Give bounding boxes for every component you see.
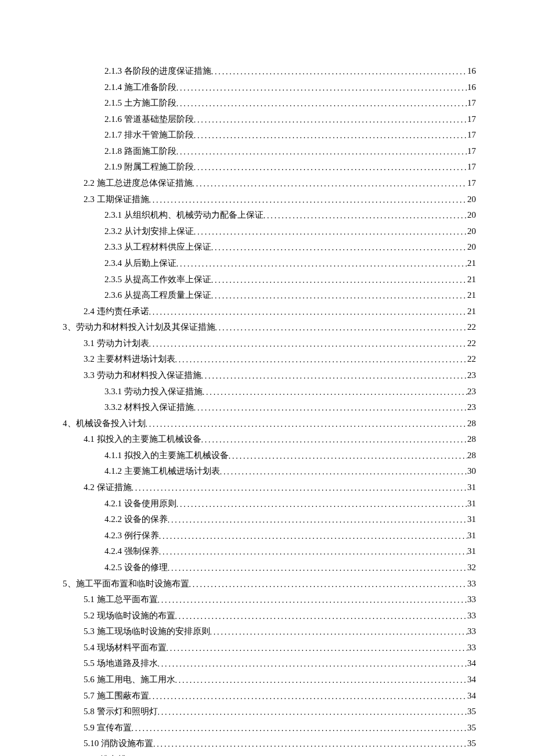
toc-label: 4、机械设备投入计划 <box>63 416 146 430</box>
toc-label: 3.3.2 材料投入保证措施 <box>104 400 194 414</box>
toc-label: 4.2.3 例行保养 <box>104 528 159 542</box>
toc-entry: 4.2.5 设备的修理32 <box>63 560 476 574</box>
toc-label: 2.1.4 施工准备阶段 <box>104 80 176 94</box>
toc-page: 20 <box>467 192 476 206</box>
toc-entry: 2.1.7 排水干管施工阶段17 <box>63 128 476 142</box>
toc-entry: 2.1.6 管道基础垫层阶段17 <box>63 112 476 126</box>
toc-entry: 5.11 洗车槽35 <box>63 753 476 756</box>
toc-leader <box>158 706 468 718</box>
toc-page: 33 <box>467 624 476 638</box>
toc-label: 3.3 劳动力和材料投入保证措施 <box>84 368 201 382</box>
toc-leader <box>132 482 468 494</box>
toc-entry: 5.2 现场临时设施的布置33 <box>63 609 476 622</box>
toc-page: 20 <box>467 240 476 254</box>
toc-leader <box>194 402 467 414</box>
toc-label: 4.2.5 设备的修理 <box>104 560 168 574</box>
toc-label: 2.1.8 路面施工阶段 <box>104 144 176 158</box>
toc-leader <box>193 178 468 190</box>
toc-leader <box>149 338 468 350</box>
toc-page: 17 <box>467 128 476 142</box>
toc-entry: 5.6 施工用电、施工用水34 <box>63 672 476 686</box>
toc-leader <box>229 450 467 462</box>
toc-entry: 2.3.2 从计划安排上保证20 <box>63 224 476 238</box>
toc-leader <box>149 194 468 206</box>
toc-leader <box>176 258 467 270</box>
toc-entry: 2.1.9 附属工程施工阶段17 <box>63 160 476 174</box>
toc-leader <box>149 690 468 703</box>
toc-page: 31 <box>467 480 476 494</box>
toc-label: 4.2.1 设备使用原则 <box>104 496 176 510</box>
toc-leader <box>201 370 468 382</box>
toc-label: 3.2 主要材料进场计划表 <box>84 352 175 366</box>
toc-leader <box>132 722 468 735</box>
toc-page: 33 <box>467 640 476 654</box>
toc-label: 2.1.6 管道基础垫层阶段 <box>104 112 194 126</box>
toc-label: 5.9 宣传布置 <box>84 721 132 735</box>
toc-label: 2.3.5 从提高工作效率上保证 <box>104 272 211 286</box>
toc-label: 2.1.5 土方施工阶段 <box>104 96 176 110</box>
toc-entry: 4.2.2 设备的保养31 <box>63 512 476 526</box>
toc-label: 2.1.7 排水干管施工阶段 <box>104 128 194 142</box>
toc-label: 2.3.1 从组织机构、机械劳动力配备上保证 <box>104 208 264 222</box>
toc-entry: 4.2.3 例行保养31 <box>63 528 476 542</box>
toc-leader <box>194 226 467 238</box>
toc-label: 2.2 施工总进度总体保证措施 <box>84 176 193 190</box>
toc-entry: 4.1.2 主要施工机械进场计划表30 <box>63 464 476 478</box>
toc-page: 20 <box>467 224 476 238</box>
toc-leader <box>175 354 468 366</box>
toc-leader <box>146 418 468 430</box>
toc-label: 3、劳动力和材料投入计划及其保证措施 <box>63 320 215 334</box>
toc-entry: 5.8 警示灯和照明灯35 <box>63 704 476 718</box>
toc-label: 4.2.2 设备的保养 <box>104 512 168 526</box>
toc-entry: 2.3.3 从工程材料供应上保证20 <box>63 240 476 254</box>
toc-label: 3.1 劳动力计划表 <box>84 336 149 350</box>
toc-entry: 2.4 违约责任承诺21 <box>63 304 476 318</box>
toc-page: 28 <box>467 432 476 446</box>
toc-label: 5.11 洗车槽 <box>84 753 127 756</box>
toc-leader <box>149 306 468 318</box>
toc-entry: 5.3 施工现场临时设施的安排原则33 <box>63 624 476 638</box>
toc-label: 2.4 违约责任承诺 <box>84 304 149 318</box>
toc-leader <box>211 66 467 78</box>
toc-label: 2.3.2 从计划安排上保证 <box>104 224 194 238</box>
toc-entry: 4、机械设备投入计划28 <box>63 416 476 430</box>
toc-page: 31 <box>467 528 476 542</box>
toc-label: 5.7 施工围蔽布置 <box>84 689 149 703</box>
toc-leader <box>168 562 467 574</box>
toc-page: 17 <box>467 176 476 190</box>
toc-page: 17 <box>467 160 476 174</box>
toc-entry: 5.5 场地道路及排水34 <box>63 656 476 670</box>
toc-entry: 3.1 劳动力计划表22 <box>63 336 476 350</box>
toc-leader <box>203 386 467 398</box>
toc-leader <box>189 578 468 591</box>
toc-label: 4.2.4 强制保养 <box>104 544 159 558</box>
toc-page: 21 <box>467 304 476 318</box>
toc-label: 2.1.3 各阶段的进度保证措施 <box>104 64 211 78</box>
toc-label: 2.3 工期保证措施 <box>84 192 149 206</box>
toc-label: 2.3.4 从后勤上保证 <box>104 256 176 270</box>
toc-page: 21 <box>467 288 476 302</box>
toc-entry: 2.1.3 各阶段的进度保证措施16 <box>63 64 476 78</box>
toc-page: 28 <box>467 448 476 462</box>
toc-leader <box>153 738 467 750</box>
toc-page: 35 <box>467 704 476 718</box>
toc-label: 5.6 施工用电、施工用水 <box>84 672 175 686</box>
toc-entry: 5.10 消防设施布置35 <box>63 736 476 750</box>
toc-entry: 5.1 施工总平面布置33 <box>63 592 476 606</box>
toc-page: 32 <box>467 560 476 574</box>
toc-entry: 2.3.5 从提高工作效率上保证21 <box>63 272 476 286</box>
toc-entry: 5.4 现场材料平面布置33 <box>63 640 476 654</box>
toc-leader <box>176 146 467 158</box>
toc-page: 30 <box>467 464 476 478</box>
toc-leader <box>175 610 468 622</box>
toc-entry: 5.9 宣传布置35 <box>63 721 476 735</box>
toc-entry: 2.3.4 从后勤上保证21 <box>63 256 476 270</box>
toc-leader <box>194 129 467 142</box>
toc-page: 23 <box>467 368 476 382</box>
toc-leader <box>158 658 468 670</box>
toc-page: 17 <box>467 96 476 110</box>
toc-page: 23 <box>467 384 476 398</box>
toc-label: 4.1.2 主要施工机械进场计划表 <box>104 464 220 478</box>
toc-leader <box>168 514 467 526</box>
toc-label: 4.2 保证措施 <box>84 480 132 494</box>
